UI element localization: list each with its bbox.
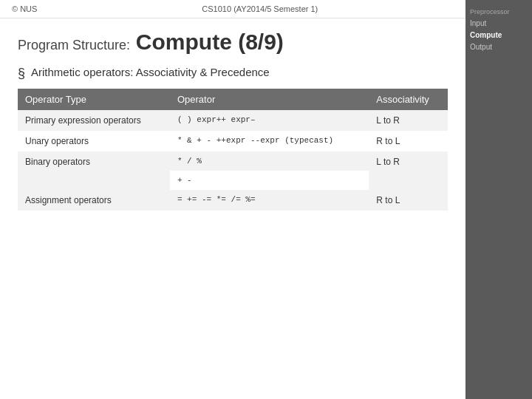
col-header-associativity: Associativity: [369, 89, 448, 110]
top-bar-center: CS1010 (AY2014/5 Semester 1): [202, 4, 318, 13]
sidebar-item-output[interactable]: Output: [470, 41, 528, 53]
cell-assoc: L to R: [369, 151, 448, 190]
col-header-operator: Operator: [170, 89, 369, 110]
cell-assoc: R to L: [369, 190, 448, 211]
bullet-icon: §: [18, 66, 25, 81]
page-title-normal: Program Structure:: [18, 38, 130, 52]
sidebar: Preprocessor Input Compute Output: [466, 0, 532, 399]
section-heading: Arithmetic operators: Associativity & Pr…: [31, 66, 270, 78]
operators-table: Operator Type Operator Associativity Pri…: [18, 89, 448, 211]
cell-type: Unary operators: [18, 131, 170, 151]
cell-operator: + -: [170, 171, 369, 190]
cell-operator: * / %: [170, 151, 369, 171]
sidebar-item-compute[interactable]: Compute: [470, 30, 528, 41]
cell-assoc: R to L: [369, 131, 448, 151]
table-row: Assignment operators = += -= *= /= %= R …: [18, 190, 448, 211]
cell-type: Primary expression operators: [18, 110, 170, 131]
cell-operator: ( ) expr++ expr–: [170, 110, 369, 131]
sidebar-title: Preprocessor: [470, 8, 510, 16]
cell-type: Assignment operators: [18, 190, 170, 211]
cell-operator: * & + - ++expr --expr (typecast): [170, 131, 369, 151]
page-title: Program Structure: Compute (8/9): [18, 29, 448, 55]
section-header: § Arithmetic operators: Associativity & …: [18, 66, 448, 81]
top-bar-left: © NUS: [12, 4, 37, 13]
top-bar: © NUS CS1010 (AY2014/5 Semester 1) Unit …: [0, 0, 532, 18]
cell-type: Binary operators: [18, 151, 170, 190]
table-row: Primary expression operators ( ) expr++ …: [18, 110, 448, 131]
table-row: Binary operators * / % L to R: [18, 151, 448, 171]
table-header-row: Operator Type Operator Associativity: [18, 89, 448, 110]
table-row: Unary operators * & + - ++expr --expr (t…: [18, 131, 448, 151]
cell-assoc: L to R: [369, 110, 448, 131]
col-header-type: Operator Type: [18, 89, 170, 110]
page-title-large: Compute (8/9): [136, 30, 284, 54]
cell-operator: = += -= *= /= %=: [170, 190, 369, 211]
main-content: Program Structure: Compute (8/9) § Arith…: [0, 18, 466, 221]
sidebar-item-input[interactable]: Input: [470, 18, 528, 30]
